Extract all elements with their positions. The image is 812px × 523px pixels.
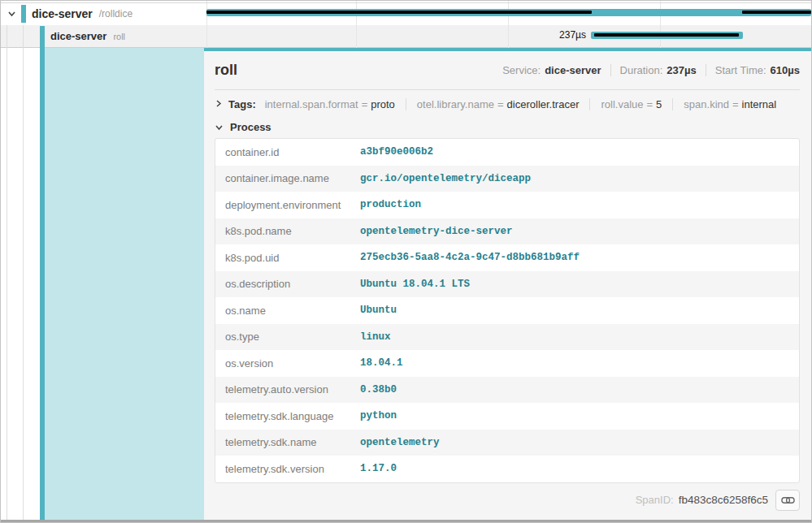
chevron-down-icon[interactable] [4,10,19,18]
table-row: deployment.environmentproduction [215,192,799,218]
table-row: k8s.pod.uid275ecb36-5aa8-4c2a-9c47-d8bb6… [215,244,799,271]
timeline-gridline [508,1,509,48]
table-row: container.image.namegcr.io/opentelemetry… [215,166,799,192]
operation-name: /rolldice [99,8,132,19]
span-name-column: dice-server /rolldice [1,2,204,25]
span-title: roll [215,62,237,79]
timeline-top-border [1,2,811,3]
process-label: Process [230,121,271,133]
duration-label: Duration: [620,64,663,76]
tag-item: otel.library.name=diceroller.tracer [406,98,580,110]
table-row: telemetry.auto.version0.38b0 [215,377,799,404]
copy-link-button[interactable] [775,490,800,511]
self-time-segment [594,33,739,37]
span-duration-label: 237µs [559,29,586,41]
service-name: dice-server [50,30,106,42]
start-time-label: Start Time: [715,64,766,76]
tag-item: internal.span.format=proto [265,98,395,110]
service-color-bar [21,5,26,23]
detail-header: roll Service: dice-server Duration: 237µ… [215,62,800,79]
tree-guide-line [7,25,7,521]
process-table: container.ida3bf90e006b2 container.image… [215,138,800,483]
timeline-gridline [356,1,357,48]
self-time-segment [206,11,592,14]
table-row: telemetry.sdk.languagepython [215,403,799,430]
spanid-label: SpanID: [636,494,674,506]
table-row: os.typelinux [215,324,799,351]
span-detail-panel: roll Service: dice-server Duration: 237µ… [204,48,811,521]
timeline-gridline [660,1,661,48]
tag-item: span.kind=internal [672,98,776,110]
table-row: container.ida3bf90e006b2 [215,139,799,166]
header-divider [215,89,800,90]
bottom-border [1,520,811,522]
span-bar-rolldice[interactable] [206,9,811,16]
meta-separator [706,64,706,76]
self-time-segment [742,11,811,14]
jaeger-span-detail-view: dice-server /rolldice dice-server roll 2… [0,0,812,523]
timeline-gridline [206,1,207,48]
meta-separator [610,64,611,76]
tag-item: roll.value=5 [589,98,662,110]
table-row: os.descriptionUbuntu 18.04.1 LTS [215,271,799,298]
process-toggle[interactable]: Process [215,121,800,133]
spanid-value: fb483c8c6258f6c5 [679,494,768,506]
start-time-value: 610µs [771,64,800,76]
duration-value: 237µs [667,64,696,76]
span-name-column: dice-server roll [1,25,204,47]
detail-footer: SpanID: fb483c8c6258f6c5 [215,490,800,511]
detail-indent-fill [45,48,204,521]
span-bar-roll[interactable] [591,32,743,39]
selected-span-guide [40,26,45,521]
table-row: telemetry.sdk.version1.17.0 [215,456,799,482]
table-row: k8s.pod.nameopentelemetry-dice-server [215,218,799,245]
span-meta: Service: dice-server Duration: 237µs Sta… [502,64,800,76]
link-icon [781,495,795,505]
table-row: telemetry.sdk.nameopentelemetry [215,430,799,456]
service-name: dice-server [32,7,93,20]
operation-name: roll [113,32,125,41]
tags-toggle[interactable]: Tags: internal.span.format=proto otel.li… [215,98,800,110]
chevron-right-icon [215,98,222,110]
tree-guide-line [23,25,24,521]
service-value: dice-server [545,64,601,76]
table-row: os.version18.04.1 [215,350,799,377]
tags-label: Tags: [228,98,256,110]
service-label: Service: [502,64,541,76]
table-row: os.nameUbuntu [215,297,799,324]
